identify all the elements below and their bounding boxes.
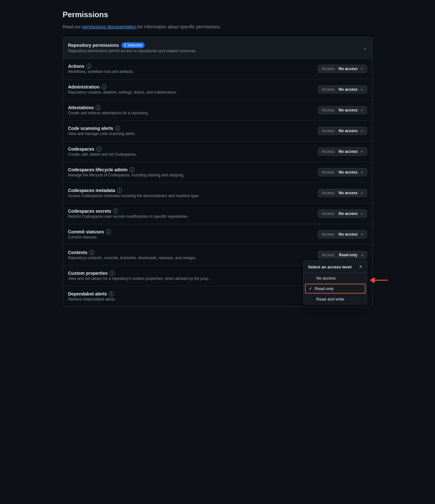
- page-description: Read our permissions documentation for i…: [63, 24, 373, 29]
- info-icon-administration[interactable]: i: [101, 84, 106, 89]
- info-icon-codespaces_metadata[interactable]: i: [117, 188, 122, 193]
- permission-name-codespaces_metadata: Codespaces metadatai: [68, 188, 199, 193]
- info-icon-codespaces_lifecycle[interactable]: i: [129, 167, 134, 172]
- permission-desc-code_scanning: View and manage code scanning alerts.: [68, 131, 136, 136]
- info-icon-attestations[interactable]: i: [96, 105, 101, 110]
- access-button-code_scanning[interactable]: Access: No access ▾: [318, 127, 367, 135]
- info-icon-code_scanning[interactable]: i: [115, 126, 120, 131]
- permission-name-administration: Administrationi: [68, 84, 177, 89]
- dropdown-arrow-icon: ▾: [361, 233, 363, 236]
- permission-desc-codespaces: Create, edit, delete and list Codespaces…: [68, 152, 137, 157]
- permissions-card: Repository permissions 2 Selected Reposi…: [63, 37, 373, 307]
- check-icon: ✓: [309, 286, 312, 291]
- info-icon-commit_statuses[interactable]: i: [106, 229, 111, 234]
- dropdown-option-read-and-write[interactable]: Read and write: [304, 294, 367, 304]
- permission-row-contents: ContentsiRepository contents, commits, b…: [63, 245, 372, 266]
- dropdown-arrow-icon: ▾: [361, 150, 363, 153]
- info-icon-codespaces_secrets[interactable]: i: [113, 209, 118, 214]
- permission-row-codespaces: CodespacesiCreate, edit, delete and list…: [63, 141, 372, 162]
- permission-desc-attestations: Create and retrieve attestations for a r…: [68, 111, 149, 115]
- permission-row-code_scanning: Code scanning alertsiView and manage cod…: [63, 121, 372, 141]
- permission-row-attestations: AttestationsiCreate and retrieve attesta…: [63, 100, 372, 121]
- dropdown-arrow-icon: ▾: [361, 129, 363, 133]
- close-icon[interactable]: ×: [359, 264, 362, 270]
- dropdown-arrow-icon: ▾: [361, 171, 363, 174]
- info-icon-dependabot_alerts[interactable]: i: [109, 291, 114, 296]
- dropdown-arrow-icon: ▾: [361, 67, 363, 71]
- permission-desc-codespaces_secrets: Restrict Codespaces user secrets modific…: [68, 214, 189, 219]
- permission-row-administration: AdministrationiRepository creation, dele…: [63, 79, 372, 100]
- dropdown-option-label: Read-only: [315, 286, 334, 291]
- permission-row-codespaces_lifecycle: Codespaces lifecycle adminiManage the li…: [63, 162, 372, 183]
- permission-desc-contents: Repository contents, commits, branches, …: [68, 256, 197, 260]
- permission-name-codespaces_secrets: Codespaces secretsi: [68, 209, 189, 214]
- access-level-dropdown: Select an access level×No access✓Read-on…: [303, 260, 367, 304]
- access-button-codespaces_secrets[interactable]: Access: No access ▾: [318, 209, 367, 218]
- access-button-administration[interactable]: Access: No access ▾: [318, 85, 367, 94]
- selected-badge: 2 Selected: [121, 42, 145, 48]
- info-icon-contents[interactable]: i: [89, 250, 94, 255]
- permission-name-actions: Actionsi: [68, 64, 134, 69]
- permission-desc-actions: Workflows, workflow runs and artifacts.: [68, 69, 134, 74]
- access-button-actions[interactable]: Access: No access ▾: [318, 65, 367, 73]
- access-button-codespaces[interactable]: Access: No access ▾: [318, 147, 367, 156]
- dropdown-arrow-icon: ▾: [361, 191, 363, 195]
- permissions-section-desc: Repository permissions permit access to …: [68, 49, 197, 53]
- info-icon-custom_properties[interactable]: i: [110, 271, 115, 276]
- permissions-section-title: Repository permissions: [68, 43, 119, 48]
- chevron-down-icon: ⌄: [363, 45, 367, 51]
- permission-desc-dependabot_alerts: Retrieve Dependabot alerts.: [68, 297, 116, 302]
- permission-row-codespaces_secrets: Codespaces secretsiRestrict Codespaces u…: [63, 203, 372, 224]
- repository-permissions-header[interactable]: Repository permissions 2 Selected Reposi…: [63, 37, 372, 59]
- dropdown-option-read-only[interactable]: ✓Read-only: [305, 284, 366, 294]
- dropdown-option-no-access[interactable]: No access: [304, 273, 367, 283]
- permissions-docs-link[interactable]: permissions documentation: [82, 24, 136, 29]
- permission-name-commit_statuses: Commit statusesi: [68, 229, 111, 234]
- dropdown-arrow-icon: ▾: [361, 212, 363, 216]
- access-button-codespaces_lifecycle[interactable]: Access: No access ▾: [318, 168, 367, 176]
- permission-name-codespaces: Codespacesi: [68, 146, 137, 152]
- permission-row-actions: ActionsiWorkflows, workflow runs and art…: [63, 59, 372, 79]
- dropdown-header: Select an access level×: [304, 261, 367, 273]
- access-button-attestations[interactable]: Access: No access ▾: [318, 106, 367, 114]
- info-icon-codespaces[interactable]: i: [96, 146, 101, 152]
- access-button-codespaces_metadata[interactable]: Access: No access ▾: [318, 189, 367, 197]
- permission-row-codespaces_metadata: Codespaces metadataiAccess Codespaces me…: [63, 183, 372, 203]
- info-icon-actions[interactable]: i: [86, 64, 91, 69]
- red-arrow-indicator: [370, 277, 389, 284]
- page-title: Permissions: [63, 10, 373, 19]
- permission-desc-administration: Repository creation, deletion, settings,…: [68, 90, 177, 95]
- dropdown-option-label: Read and write: [316, 297, 344, 302]
- permission-desc-codespaces_lifecycle: Manage the lifecycle of Codespaces, incl…: [68, 173, 185, 177]
- permission-name-contents: Contentsi: [68, 250, 197, 255]
- permission-name-code_scanning: Code scanning alertsi: [68, 126, 136, 131]
- permission-name-dependabot_alerts: Dependabot alertsi: [68, 291, 116, 296]
- permission-rows-container: ActionsiWorkflows, workflow runs and art…: [63, 59, 372, 307]
- dropdown-option-label: No access: [316, 276, 336, 280]
- dropdown-arrow-icon: ▾: [361, 109, 363, 112]
- permission-name-codespaces_lifecycle: Codespaces lifecycle admini: [68, 167, 185, 172]
- dropdown-arrow-icon: ▾: [361, 88, 363, 91]
- permission-desc-commit_statuses: Commit statuses.: [68, 235, 111, 239]
- dropdown-title: Select an access level: [308, 265, 352, 269]
- access-button-commit_statuses[interactable]: Access: No access ▾: [318, 230, 367, 238]
- permission-row-commit_statuses: Commit statusesiCommit statuses.Access: …: [63, 224, 372, 245]
- dropdown-arrow-icon: ▾: [361, 253, 363, 257]
- permission-name-custom_properties: Custom propertiesi: [68, 271, 212, 276]
- permission-desc-codespaces_metadata: Access Codespaces metadata including the…: [68, 194, 199, 198]
- access-button-contents[interactable]: Access: Read-only ▾: [318, 251, 367, 259]
- permission-desc-custom_properties: View and set values for a repository's c…: [68, 276, 212, 281]
- permission-name-attestations: Attestationsi: [68, 105, 149, 110]
